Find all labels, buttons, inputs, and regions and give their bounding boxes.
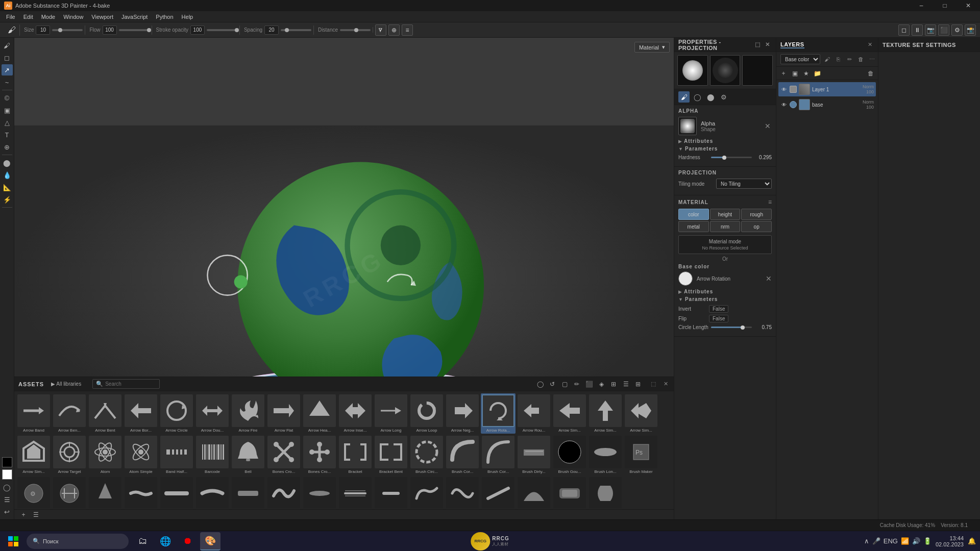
asset-arrow-rota[interactable]: Arrow Rota... xyxy=(481,393,516,434)
distance-slider[interactable] xyxy=(340,29,371,31)
channel-nrm[interactable]: nrm xyxy=(710,221,741,232)
bc-delete-icon[interactable]: 🗑 xyxy=(856,55,865,64)
props-brush-icon[interactable]: 🖌 xyxy=(678,91,690,103)
asset-arrow-fire[interactable]: Arrow Fire xyxy=(231,393,265,434)
asset-brush-pain13[interactable]: Brush Pain... xyxy=(552,476,587,508)
taskbar-clock[interactable]: 13:44 02.02.2023 xyxy=(936,535,964,547)
tool-environment[interactable]: ◯ xyxy=(2,482,13,493)
channel-metal[interactable]: metal xyxy=(678,221,709,232)
properties-panel-header[interactable]: PROPERTIES - PROJECTION ⬚ ✕ xyxy=(674,38,776,52)
asset-arrow-loop[interactable]: Arrow Loop xyxy=(409,393,444,434)
add-effect-button[interactable]: ★ xyxy=(801,68,811,79)
asset-bracket-bent[interactable]: Bracket Bent xyxy=(374,435,408,475)
menu-edit[interactable]: Edit xyxy=(19,13,37,21)
channel-color[interactable]: color xyxy=(678,209,709,220)
assets-search[interactable]: 🔍 xyxy=(92,379,160,389)
asset-atom-simple[interactable]: Atom Simple xyxy=(124,435,158,475)
base-layer-visibility[interactable]: 👁 xyxy=(780,101,788,108)
bottom-list-button[interactable]: ☰ xyxy=(31,510,41,520)
asset-arrow-inse[interactable]: Arrow Inse... xyxy=(338,393,373,434)
asset-brush-lon[interactable]: Brush Lon... xyxy=(588,435,623,475)
screenshot-button[interactable]: 📸 xyxy=(965,24,976,36)
tool-material[interactable]: ⬤ xyxy=(2,157,13,168)
render-button[interactable]: ⬛ xyxy=(938,24,949,36)
asset-arrow-ben[interactable]: Arrow Ben... xyxy=(52,393,87,434)
material-dropdown[interactable]: Material ▾ xyxy=(634,42,670,53)
menu-file[interactable]: File xyxy=(2,13,19,21)
add-group-button[interactable]: 📁 xyxy=(812,68,822,79)
panel-float-button[interactable]: ⬚ xyxy=(753,41,762,49)
material-options-icon[interactable]: ≡ xyxy=(768,198,772,206)
asset-brush-mak3[interactable]: Brush Mak... xyxy=(88,476,122,508)
maximize-button[interactable]: □ xyxy=(933,0,957,11)
size-slider[interactable] xyxy=(52,29,83,31)
asset-arrow-dou[interactable]: Arrow Dou... xyxy=(195,393,230,434)
align-button[interactable]: ≡ xyxy=(402,24,413,36)
layers-close-button[interactable]: ✕ xyxy=(866,41,874,49)
size-input[interactable] xyxy=(36,26,50,35)
layer-1-visibility[interactable]: 👁 xyxy=(780,86,788,93)
asset-brush-pain4[interactable]: Brush Pain... xyxy=(231,476,265,508)
delete-layer-button[interactable]: 🗑 xyxy=(866,68,876,79)
start-button[interactable] xyxy=(4,532,22,550)
flow-input[interactable] xyxy=(103,26,117,35)
texture-set-header[interactable]: TEXTURE SET SETTINGS xyxy=(878,38,980,52)
tool-geometry[interactable]: △ xyxy=(2,117,13,128)
foreground-color[interactable] xyxy=(2,457,12,467)
tray-lang-icon[interactable]: ENG xyxy=(884,537,898,545)
asset-arrow-rou[interactable]: Arrow Rou... xyxy=(517,393,551,434)
view-list-button[interactable]: ☰ xyxy=(621,379,631,389)
asset-brush-circ[interactable]: Brush Circ... xyxy=(409,435,444,475)
asset-arrow-hea[interactable]: Arrow Hea... xyxy=(302,393,337,434)
taskbar-substance-button[interactable]: 🎨 xyxy=(200,532,220,550)
tool-bake[interactable]: ⚡ xyxy=(2,194,13,205)
base-color-swatch[interactable] xyxy=(678,271,693,286)
settings-button[interactable]: ⚙ xyxy=(951,24,963,36)
taskbar-search[interactable]: 🔍 Поиск xyxy=(27,534,129,549)
asset-brush-pain11[interactable]: Brush Pain... xyxy=(481,476,516,508)
props-settings-icon[interactable]: ⚙ xyxy=(718,91,729,103)
base-color-clear-button[interactable]: ✕ xyxy=(766,274,772,283)
asset-brush-pain2[interactable]: Brush Pain... xyxy=(159,476,194,508)
menu-window[interactable]: Window xyxy=(59,13,87,21)
base-attributes-toggle[interactable]: ▶ Attributes xyxy=(678,289,772,294)
asset-brush-pain1[interactable]: Brush Pain... xyxy=(124,476,158,508)
layer-base[interactable]: 👁 base Norm 100 xyxy=(778,97,876,112)
asset-barcode[interactable]: Barcode xyxy=(195,435,230,475)
panel-close-button[interactable]: ✕ xyxy=(764,41,772,49)
attributes-toggle[interactable]: ▶ Attributes xyxy=(678,138,772,144)
layer-1[interactable]: 👁 Layer 1 Norm 100 xyxy=(778,82,876,96)
menu-javascript[interactable]: JavaScript xyxy=(117,13,152,21)
channel-rough[interactable]: rough xyxy=(741,209,772,220)
tool-picker[interactable]: 💧 xyxy=(2,169,13,181)
tiling-mode-select[interactable]: No Tiling xyxy=(716,179,772,189)
asset-brush-pain14[interactable]: Brush Pain... xyxy=(588,476,623,508)
tray-wifi-icon[interactable]: 📶 xyxy=(901,537,909,545)
tool-paint[interactable]: 🖌 xyxy=(2,40,13,51)
view-grid-button[interactable]: ▢ xyxy=(559,379,570,389)
asset-arrow-neg[interactable]: Arrow Neg... xyxy=(445,393,480,434)
asset-arrow-bor[interactable]: Arrow Bor... xyxy=(124,393,158,434)
asset-brush-maker[interactable]: Ps Brush Maker xyxy=(624,435,658,475)
bc-paint-icon[interactable]: 🖌 xyxy=(822,55,831,64)
asset-arrow-sim2[interactable]: Arrow Sim... xyxy=(588,393,623,434)
spacing-input[interactable] xyxy=(264,26,279,35)
tray-notification-icon[interactable]: 🔔 xyxy=(968,537,976,545)
base-parameters-toggle[interactable]: ▼ Parameters xyxy=(678,296,772,302)
tool-clone[interactable]: © xyxy=(2,92,13,104)
view-grid2-button[interactable]: ⊞ xyxy=(608,379,619,389)
bc-copy-icon[interactable]: ⎘ xyxy=(834,55,843,64)
parameters-toggle[interactable]: ▼ Parameters xyxy=(678,146,772,152)
asset-brush-pain7[interactable]: Brush Pain... xyxy=(338,476,373,508)
asset-arrow-band[interactable]: Arrow Band xyxy=(16,393,51,434)
taskbar-explorer-button[interactable]: 🗂 xyxy=(133,532,153,550)
background-color[interactable] xyxy=(2,469,12,480)
tab-layers[interactable]: LAYERS xyxy=(780,41,804,48)
channel-op[interactable]: op xyxy=(741,221,772,232)
base-color-select[interactable]: Base color xyxy=(780,54,820,64)
view-alpha-button[interactable]: ⬛ xyxy=(584,379,594,389)
asset-atom[interactable]: Atom xyxy=(88,435,122,475)
menu-help[interactable]: Help xyxy=(178,13,198,21)
taskbar-chrome-button[interactable]: 🌐 xyxy=(155,532,176,550)
channel-height[interactable]: height xyxy=(710,209,741,220)
